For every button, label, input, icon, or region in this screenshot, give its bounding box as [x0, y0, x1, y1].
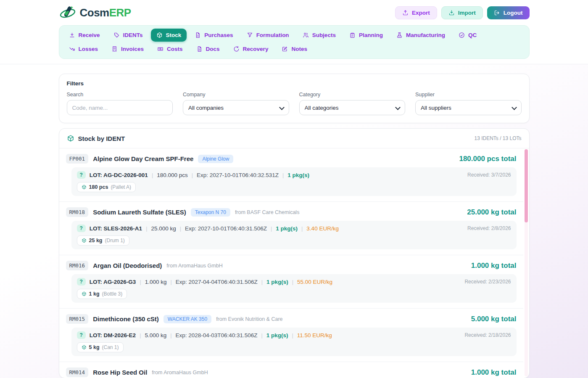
tab-purchases[interactable]: Purchases [189, 29, 238, 42]
tab-invoices[interactable]: Invoices [106, 42, 149, 56]
separator [261, 332, 263, 338]
lot-package-count: 1 pkg(s) [266, 279, 288, 285]
package-quantity: 5 kg [89, 344, 100, 350]
package-chip[interactable]: 180 pcs (Pallet A) [77, 182, 136, 192]
lot-status-chip[interactable]: ? [77, 331, 86, 339]
trade-name-badge: Texapon N 70 [191, 208, 230, 217]
edit-icon [282, 46, 288, 52]
logout-button[interactable]: Logout [487, 6, 530, 19]
supplier-label: Supplier [415, 92, 522, 98]
cosmerp-logo-icon [59, 4, 76, 21]
package-location: (Pallet A) [111, 184, 131, 190]
lot-row: ? LOT: SLES-2026-A1 25.000 kg Exp: 2027-… [71, 221, 517, 249]
company-select[interactable]: All companies [183, 100, 289, 115]
search-input[interactable] [67, 100, 173, 115]
category-select[interactable]: All categories [299, 100, 406, 115]
stock-item-row[interactable]: FP001 Alpine Glow Day Cream SPF-Free Alp… [59, 148, 523, 201]
stock-item-header: RM014 Rose Hip Seed Oil from AromaHaus G… [66, 367, 517, 377]
tab-idents[interactable]: IDENTs [108, 29, 148, 42]
stock-item-row[interactable]: RM016 Argan Oil (Deodorised) from AromaH… [59, 255, 523, 308]
ident-code-chip: RM018 [66, 207, 89, 217]
trend-down-icon [69, 46, 75, 52]
separator [170, 332, 171, 338]
lot-expiry: Exp: 2027-10-01T06:40:31.506Z [185, 225, 267, 232]
tab-receive[interactable]: Receive [63, 29, 105, 42]
tab-subjects[interactable]: Subjects [297, 29, 341, 42]
separator [192, 172, 193, 178]
logout-icon [494, 10, 500, 16]
tab-docs[interactable]: Docs [191, 42, 225, 56]
banknote-icon [157, 46, 163, 52]
import-button[interactable]: Import [441, 6, 483, 19]
lot-status-chip[interactable]: ? [77, 225, 86, 232]
tab-formulation[interactable]: Formulation [241, 29, 295, 42]
search-field-group: Search [67, 92, 173, 115]
stock-panel-header: Stock by IDENT 13 IDENTs / 13 LOTs [59, 129, 529, 148]
category-select-wrap: All categories [299, 100, 406, 115]
tab-losses[interactable]: Losses [63, 42, 104, 56]
tab-planning[interactable]: Planning [344, 29, 388, 42]
app-title-secondary: ERP [109, 6, 131, 19]
lot-package-count: 1 pkg(s) [266, 332, 288, 338]
people-icon [303, 32, 309, 38]
category-field-group: Category All categories [299, 92, 406, 115]
vertical-scrollbar-thumb[interactable] [525, 149, 528, 222]
package-quantity: 1 kg [89, 291, 100, 297]
lot-quantity: 25.000 kg [151, 225, 176, 232]
supplier-select-wrap: All suppliers [415, 100, 522, 115]
export-button[interactable]: Export [395, 6, 437, 19]
stock-item-row[interactable]: RM014 Rose Hip Seed Oil from AromaHaus G… [59, 362, 523, 378]
lot-status-chip[interactable]: ? [77, 171, 86, 179]
package-location: (Can 1) [102, 344, 119, 350]
lot-number: LOT: AG-2026-G3 [90, 279, 136, 285]
separator [261, 279, 263, 285]
category-label: Category [299, 92, 406, 98]
separator [140, 332, 141, 338]
supplier-select[interactable]: All suppliers [415, 100, 522, 115]
package-location: (Drum 1) [105, 238, 124, 243]
lot-status-chip[interactable]: ? [77, 278, 86, 285]
item-total-quantity: 1.000 kg total [471, 262, 517, 270]
stock-item-header: RM015 Dimethicone (350 cSt) WACKER AK 35… [66, 314, 517, 324]
item-name: Alpine Glow Day Cream SPF-Free [93, 155, 193, 162]
box-icon [82, 238, 87, 243]
stock-panel-title: Stock by IDENT [67, 135, 125, 142]
tab-recovery[interactable]: Recovery [228, 42, 274, 56]
filters-grid: Search Company All companies Category Al… [67, 92, 522, 115]
lot-row: ? LOT: DM-2026-E2 5.000 kg Exp: 2028-04-… [71, 328, 517, 356]
package-chip[interactable]: 25 kg (Drum 1) [77, 235, 129, 246]
item-total-quantity: 1.000 kg total [471, 368, 517, 377]
item-name: Dimethicone (350 cSt) [93, 315, 159, 322]
ident-code-chip: RM016 [66, 261, 89, 270]
stock-list: FP001 Alpine Glow Day Cream SPF-Free Alp… [59, 148, 529, 378]
stock-list-viewport: FP001 Alpine Glow Day Cream SPF-Free Alp… [59, 148, 529, 378]
lot-expiry: Exp: 2027-10-01T06:40:32.531Z [197, 172, 279, 178]
tab-costs[interactable]: Costs [152, 42, 188, 56]
tab-manufacturing[interactable]: Manufacturing [391, 29, 451, 42]
topbar: CosmERP Export Import Logout [59, 3, 530, 22]
tab-notes[interactable]: Notes [276, 42, 313, 56]
export-icon [402, 10, 409, 16]
stock-item-row[interactable]: RM018 Sodium Laureth Sulfate (SLES) Texa… [59, 201, 523, 255]
stock-summary-count: 13 IDENTs / 13 LOTs [474, 135, 521, 141]
cube-icon [67, 135, 74, 142]
tab-stock[interactable]: Stock [151, 29, 187, 42]
lot-detail-line: ? LOT: AG-2026-G3 1.000 kg Exp: 2027-04-… [77, 278, 511, 285]
trade-name-badge: Alpine Glow [198, 155, 233, 163]
stock-panel-title-text: Stock by IDENT [78, 135, 125, 142]
lot-number: LOT: SLES-2026-A1 [90, 225, 142, 232]
stock-item-row[interactable]: RM015 Dimethicone (350 cSt) WACKER AK 35… [59, 308, 523, 362]
lot-number: LOT: AG-DC-2026-001 [90, 172, 148, 178]
package-chip[interactable]: 5 kg (Can 1) [77, 342, 124, 352]
item-name: Argan Oil (Deodorised) [93, 262, 162, 269]
item-name: Sodium Laureth Sulfate (SLES) [93, 209, 186, 216]
stock-item-header: RM016 Argan Oil (Deodorised) from AromaH… [66, 261, 517, 270]
company-select-wrap: All companies [183, 100, 289, 115]
beaker-icon [396, 32, 403, 38]
package-chip[interactable]: 1 kg (Bottle 3) [77, 289, 127, 299]
tab-qc[interactable]: QC [453, 29, 482, 42]
lot-unit-price: 55.00 EUR/kg [297, 279, 332, 285]
vertical-scrollbar-track[interactable] [525, 149, 528, 376]
filters-title: Filters [67, 80, 522, 87]
lot-unit-price: 11.50 EUR/kg [297, 332, 332, 338]
